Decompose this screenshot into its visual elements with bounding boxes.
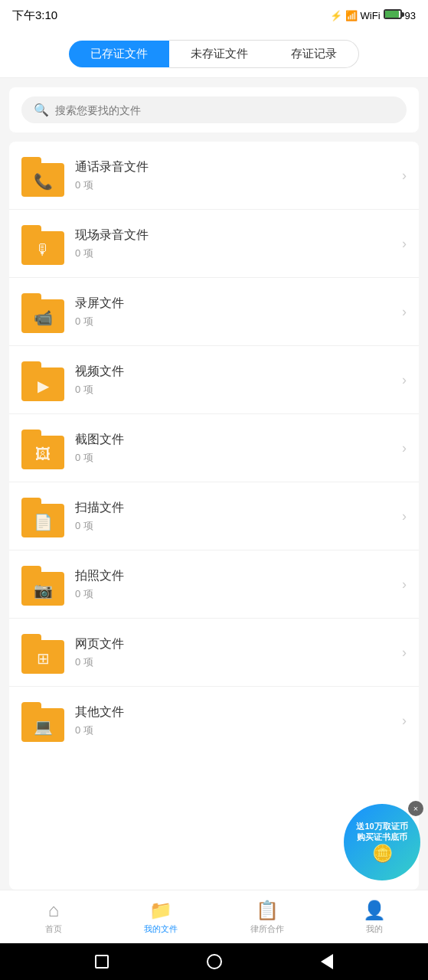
file-count-photo: 0 项 bbox=[75, 587, 402, 601]
search-input[interactable] bbox=[55, 104, 394, 116]
file-item-video[interactable]: ▶ 视频文件 0 项 › bbox=[9, 346, 419, 414]
search-icon: 🔍 bbox=[34, 103, 49, 117]
file-count-scene: 0 项 bbox=[75, 247, 402, 260]
file-item-screenshot[interactable]: 🖼 截图文件 0 项 › bbox=[9, 414, 419, 482]
file-count-video: 0 项 bbox=[75, 383, 402, 397]
file-count-scan: 0 项 bbox=[75, 519, 402, 533]
android-nav bbox=[0, 943, 428, 980]
battery-level bbox=[384, 9, 402, 21]
file-name-other: 其他文件 bbox=[75, 704, 402, 720]
chevron-icon-video: › bbox=[402, 372, 407, 388]
file-count-screenshot: 0 项 bbox=[75, 451, 402, 465]
chevron-icon-scan: › bbox=[402, 508, 407, 524]
file-name-call: 通话录音文件 bbox=[75, 159, 402, 175]
file-item-other[interactable]: 💻 其他文件 0 项 › bbox=[9, 687, 419, 754]
lawfirm-icon: 📋 bbox=[256, 900, 279, 921]
nav-item-lawfirm[interactable]: 📋 律所合作 bbox=[214, 890, 322, 943]
file-item-screen[interactable]: 📹 录屏文件 0 项 › bbox=[9, 278, 419, 346]
ad-coin-icon: 🪙 bbox=[372, 844, 393, 864]
file-icon-other: 💻 bbox=[21, 699, 64, 742]
file-icon-photo: 📷 bbox=[21, 563, 64, 606]
file-item-scene[interactable]: 🎙 现场录音文件 0 项 › bbox=[9, 210, 419, 278]
file-icon-scan: 📄 bbox=[21, 495, 64, 537]
battery-percent: 93 bbox=[405, 10, 416, 21]
android-back-button[interactable] bbox=[321, 954, 333, 969]
ad-close-button[interactable]: × bbox=[408, 801, 423, 816]
file-count-web: 0 项 bbox=[75, 655, 402, 669]
chevron-icon-photo: › bbox=[402, 577, 407, 593]
file-item-photo[interactable]: 📷 拍照文件 0 项 › bbox=[9, 550, 419, 619]
chevron-icon-other: › bbox=[402, 713, 407, 729]
chevron-icon-web: › bbox=[402, 645, 407, 661]
file-icon-scene: 🎙 bbox=[21, 222, 64, 265]
chevron-icon-call: › bbox=[402, 168, 407, 184]
status-icons: ⚡ 📶 WiFi 93 bbox=[330, 9, 416, 21]
status-bar: 下午3:10 ⚡ 📶 WiFi 93 bbox=[0, 0, 428, 31]
file-name-photo: 拍照文件 bbox=[75, 568, 402, 584]
status-time: 下午3:10 bbox=[12, 8, 57, 23]
top-tabs: 已存证文件 未存证文件 存证记录 bbox=[0, 31, 428, 78]
nav-label-mine: 我的 bbox=[366, 923, 383, 935]
file-name-screen: 录屏文件 bbox=[75, 296, 402, 312]
android-square-button[interactable] bbox=[95, 955, 109, 969]
chevron-icon-scene: › bbox=[402, 236, 407, 252]
file-icon-web: ⊞ bbox=[21, 631, 64, 674]
search-wrapper[interactable]: 🔍 bbox=[21, 96, 407, 123]
wifi-icon: WiFi bbox=[361, 10, 381, 21]
nav-item-mine[interactable]: 👤 我的 bbox=[321, 890, 428, 943]
bluetooth-icon: ⚡ bbox=[330, 10, 342, 21]
myfiles-icon: 📁 bbox=[149, 900, 172, 921]
file-item-scan[interactable]: 📄 扫描文件 0 项 › bbox=[9, 482, 419, 550]
file-icon-video: ▶ bbox=[21, 358, 64, 401]
nav-item-home[interactable]: ⌂ 首页 bbox=[0, 890, 107, 943]
tab-certified[interactable]: 已存证文件 bbox=[69, 41, 169, 67]
file-name-screenshot: 截图文件 bbox=[75, 432, 402, 448]
file-item-call[interactable]: 📞 通话录音文件 0 项 › bbox=[9, 142, 419, 210]
chevron-icon-screenshot: › bbox=[402, 440, 407, 456]
mine-icon: 👤 bbox=[363, 900, 386, 921]
nav-item-myfiles[interactable]: 📁 我的文件 bbox=[107, 890, 214, 943]
tab-uncertified[interactable]: 未存证文件 bbox=[169, 40, 270, 68]
signal-icon: 📶 bbox=[345, 10, 358, 21]
file-name-scan: 扫描文件 bbox=[75, 500, 402, 516]
ad-banner[interactable]: × 送10万取证币 购买证书底币 🪙 bbox=[344, 804, 420, 880]
nav-label-home: 首页 bbox=[45, 923, 62, 935]
bottom-nav: ⌂ 首页 📁 我的文件 📋 律所合作 👤 我的 bbox=[0, 890, 428, 943]
file-count-other: 0 项 bbox=[75, 724, 402, 737]
ad-text-line2: 购买证书底币 bbox=[357, 831, 407, 842]
file-icon-call: 📞 bbox=[21, 154, 64, 197]
chevron-icon-screen: › bbox=[402, 304, 407, 320]
nav-label-myfiles: 我的文件 bbox=[144, 923, 178, 935]
file-count-call: 0 项 bbox=[75, 178, 402, 192]
file-name-web: 网页文件 bbox=[75, 636, 402, 652]
android-home-button[interactable] bbox=[207, 954, 222, 969]
file-name-scene: 现场录音文件 bbox=[75, 227, 402, 243]
file-icon-screen: 📹 bbox=[21, 290, 64, 333]
file-count-screen: 0 项 bbox=[75, 315, 402, 328]
home-icon: ⌂ bbox=[48, 900, 60, 921]
file-name-video: 视频文件 bbox=[75, 364, 402, 380]
file-icon-screenshot: 🖼 bbox=[21, 426, 64, 469]
nav-label-lawfirm: 律所合作 bbox=[250, 923, 284, 935]
file-item-web[interactable]: ⊞ 网页文件 0 项 › bbox=[9, 619, 419, 687]
search-bar: 🔍 bbox=[9, 87, 419, 132]
file-list: 📞 通话录音文件 0 项 › 🎙 现场录音文件 0 项 › 📹 bbox=[9, 142, 419, 890]
ad-text-line1: 送10万取证币 bbox=[356, 821, 407, 831]
tab-records[interactable]: 存证记录 bbox=[270, 40, 359, 68]
